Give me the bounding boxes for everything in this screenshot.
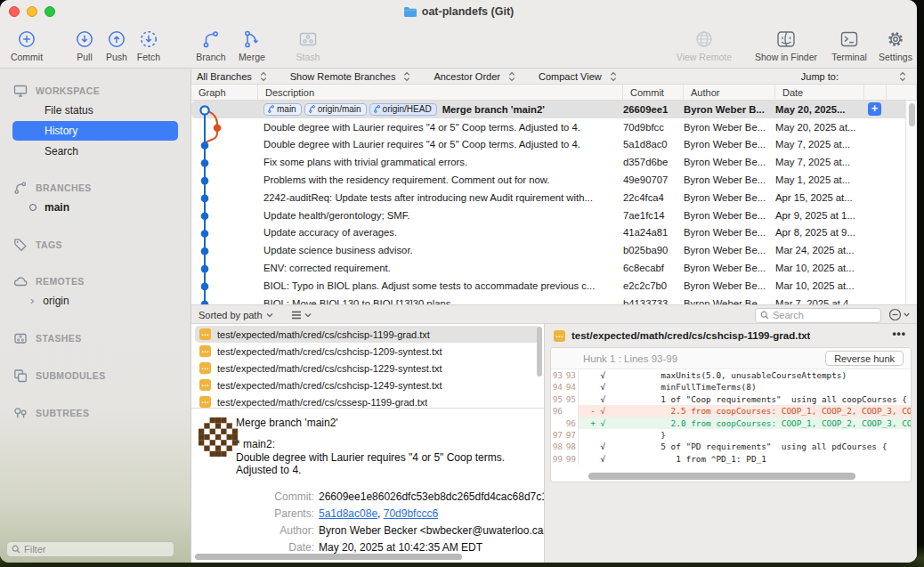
sidebar-item-file-status[interactable]: File status [12, 101, 178, 120]
commit-plus-icon [16, 27, 37, 51]
toolbar-button-commit[interactable]: Commit [4, 27, 50, 62]
commit-row[interactable]: Fix some plans with trivial grammatical … [191, 153, 917, 171]
new-line-number: 99 [564, 453, 578, 465]
sidebar-item-search[interactable]: Search [12, 142, 178, 161]
old-line-number: 97 [551, 429, 564, 441]
dropdown-compact-view[interactable]: Compact View [539, 71, 617, 82]
toolbar-button-terminal[interactable]: Terminal [826, 27, 872, 62]
column-header-date[interactable]: Date [775, 85, 864, 101]
add-branch-button[interactable]: + [868, 102, 881, 116]
commit-row[interactable]: Problems with the residency requirement.… [191, 171, 917, 189]
commit-description: Fix some plans with trivial grammatical … [258, 153, 623, 171]
column-header-description[interactable]: Description [258, 85, 623, 101]
sidebar-section-subtrees[interactable]: SUBTREES [0, 404, 190, 422]
graph-cell [191, 241, 258, 259]
sidebar-section-label: WORKSPACE [36, 85, 100, 96]
graph-cell [191, 136, 258, 154]
commit-row[interactable]: Double degree with Laurier requires "4 o… [191, 118, 917, 136]
sidebar-item-origin[interactable]: ›origin [12, 291, 178, 311]
commit-date: Mar 7, 2025 at 4... [775, 295, 864, 304]
toolbar-button-label: Terminal [831, 52, 867, 62]
sidebar-section-stashes[interactable]: STASHES [0, 329, 190, 347]
parent-commit-link[interactable]: 5a1d8ac08e [319, 507, 377, 520]
sidebar-section-submodules[interactable]: SUBMODULES [0, 367, 190, 385]
commit-row[interactable]: Update accuracy of averages.41a24a81Byro… [191, 224, 917, 242]
sort-by-dropdown[interactable]: Sorted by path [199, 305, 273, 325]
dropdown-all-branches[interactable]: All Branches [197, 71, 267, 82]
sidebar-section-label: SUBMODULES [36, 370, 106, 381]
toolbar-button-stash: Stash [288, 27, 328, 62]
file-row[interactable]: …test/expected/math/cred/cs/cshcisp-1209… [195, 343, 540, 360]
dropdown-show-remote-branches[interactable]: Show Remote Branches [290, 71, 411, 82]
file-row[interactable]: …test/expected/math/cred/cs/cshcisp-1249… [195, 377, 540, 393]
search-icon [12, 545, 20, 554]
commit-description: Double degree with Laurier requires "4 o… [258, 136, 623, 154]
toolbar-button-branch[interactable]: Branch [188, 27, 234, 62]
toolbar-button-label: Settings [879, 52, 912, 62]
column-header-commit[interactable]: Commit [623, 85, 684, 101]
file-menu-button[interactable]: ••• [892, 328, 906, 340]
detail-field-parents: Parents:5a1d8ac08e, 70d9bfccc6 [236, 506, 539, 522]
commit-row[interactable]: BIOL: Move BIOL130 to BIOL[13]30 plans.b… [191, 295, 917, 304]
extra-cell [864, 277, 887, 295]
branch-badge-label: origin/HEAD [383, 104, 432, 114]
detail-field-value: 5a1d8ac08e, 70d9bfccc6 [319, 506, 438, 522]
commit-row[interactable]: BIOL: Typo in BIOL plans. Adjust some te… [191, 277, 917, 295]
file-list-scrollbar-thumb[interactable] [537, 327, 542, 377]
scrollbar-thumb[interactable] [909, 103, 915, 126]
sidebar-section-workspace[interactable]: WORKSPACE [0, 82, 190, 100]
dropdown-ancestor-order[interactable]: Ancestor Order [434, 71, 515, 82]
diff-line-text: √ 1 from ^PD_1: PD_1 [578, 453, 911, 465]
commit-row[interactable]: Double degree with Laurier requires "4 o… [191, 136, 917, 154]
diff-search-field[interactable] [755, 308, 881, 323]
new-line-number: 94 [564, 381, 578, 393]
sidebar-section-tags[interactable]: TAGS [0, 236, 190, 254]
commit-hash: 70d9bfcc [623, 118, 684, 136]
toolbar-button-fetch[interactable]: Fetch [129, 27, 168, 62]
sidebar-section-remotes[interactable]: REMOTES [0, 272, 190, 290]
commit-row[interactable]: mainorigin/mainorigin/HEADMerge branch '… [191, 101, 917, 118]
commit-date: May 7, 2025 at... [775, 153, 864, 171]
sidebar-section-branches[interactable]: BRANCHES [0, 179, 190, 197]
branch-badge-origin-main[interactable]: origin/main [304, 103, 367, 116]
graph-cell [191, 224, 258, 242]
diff-line: 9898 √ 5 of "PD requirements" using all … [551, 441, 911, 452]
graph-cell [191, 153, 258, 171]
column-header-author[interactable]: Author [684, 85, 775, 101]
file-row[interactable]: …test/expected/math/cred/cs/cshcisp-1229… [195, 360, 540, 377]
filter-input[interactable] [24, 544, 169, 555]
sidebar-section-label: STASHES [36, 333, 82, 344]
sidebar-item-history[interactable]: History [12, 121, 178, 141]
search-input[interactable] [773, 310, 876, 320]
column-header-graph[interactable]: Graph [191, 85, 258, 101]
file-row[interactable]: …test/expected/math/cred/cs/cshcisp-1199… [195, 326, 540, 343]
file-path: test/expected/math/cred/cs/cshcisp-1249-… [217, 380, 442, 391]
toolbar-button-settings[interactable]: Settings [874, 27, 917, 62]
sidebar-item-label: File status [45, 104, 93, 117]
hunk-hscrollbar-thumb[interactable] [588, 473, 855, 480]
sidebar-item-main[interactable]: main [12, 198, 178, 217]
jump-to-stepper[interactable] [899, 71, 906, 82]
chevron-down-icon [304, 312, 312, 318]
parent-commit-link[interactable]: 70d9bfccc6 [384, 507, 438, 520]
details-hscrollbar-thumb[interactable] [195, 554, 462, 560]
toolbar-button-pull[interactable]: Pull [67, 27, 102, 62]
toolbar-button-merge[interactable]: Merge [231, 27, 273, 62]
submodules-icon [13, 369, 28, 383]
sidebar-filter-field[interactable] [6, 541, 174, 557]
commit-row[interactable]: 2242-auditReq: Update tests after introd… [191, 189, 917, 207]
commit-row[interactable]: Update science business advisor.b025ba90… [191, 241, 917, 259]
detail-field-value: Byron Weber Becker <bwbecker@uwaterloo.c… [319, 522, 544, 539]
detail-field-commit: Commit:26609ee1e86026dfc53eb8dc265dfd4ca… [236, 489, 539, 506]
branch-badge-origin-head[interactable]: origin/HEAD [369, 103, 437, 116]
commit-date: Apr 8, 2025 at 9... [775, 224, 864, 242]
list-view-dropdown[interactable] [291, 305, 312, 325]
extra-cell [864, 171, 887, 189]
commit-row[interactable]: ENV: corrected requirement.6c8ecabfByron… [191, 259, 917, 277]
reverse-hunk-button[interactable]: Reverse hunk [825, 351, 904, 366]
history-filterbar: All BranchesShow Remote BranchesAncestor… [191, 69, 917, 85]
branch-badge-main[interactable]: main [263, 103, 302, 116]
diff-options-button[interactable] [888, 308, 910, 321]
toolbar-button-show-in-finder[interactable]: Show in Finder [746, 27, 826, 62]
commit-row[interactable]: Update health/gerontology; SMF.7ae1fc14B… [191, 207, 917, 224]
